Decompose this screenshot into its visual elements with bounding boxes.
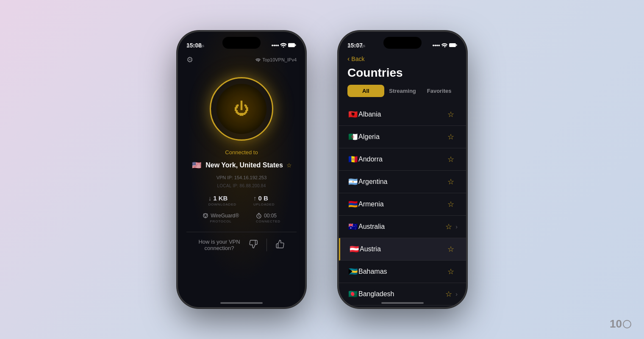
vpn-power-button-container: ⏻ — [178, 77, 305, 141]
country-name-bahamas: Bahamas — [358, 268, 447, 275]
dynamic-island-2 — [383, 37, 422, 49]
phone2-header: ‹ Back — [339, 53, 466, 63]
list-item[interactable]: 🇧🇸 Bahamas ☆ — [339, 261, 466, 283]
phone-countries: 15:07 ●●●● ◀ Setti — [339, 32, 466, 307]
star-bangladesh[interactable]: ☆ — [445, 289, 452, 299]
home-indicator-phone1 — [220, 302, 263, 304]
star-bahamas[interactable]: ☆ — [447, 267, 454, 276]
local-ip-display: LOCAL IP: 86.88.200.84 — [186, 183, 297, 188]
protocol-item: WireGuard® PROTOCOL — [203, 213, 239, 223]
svg-rect-12 — [456, 44, 457, 46]
status-icons-phone1: ●●●● — [271, 42, 297, 48]
download-stat: ↓ 1 KB DOWNLOADED — [208, 195, 236, 206]
chevron-bangladesh-icon: › — [455, 291, 458, 297]
feedback-row: How is your VPN connection? — [178, 232, 305, 258]
settings-gear-icon[interactable]: ⚙ — [186, 55, 193, 64]
star-andorra[interactable]: ☆ — [447, 155, 454, 164]
star-algeria[interactable]: ☆ — [447, 132, 454, 142]
phone2-screen: 15:07 ●●●● ◀ Setti — [339, 32, 466, 307]
country-name-argentina: Argentina — [358, 178, 447, 186]
country-list: 🇦🇱 Albania ☆ 🇩🇿 Algeria ☆ 🇦🇩 Andorra ☆ 🇦… — [339, 103, 466, 307]
flag-andorra: 🇦🇩 — [347, 154, 358, 165]
feedback-text: How is your VPN connection? — [198, 239, 240, 251]
feedback-icon-divider — [266, 239, 267, 251]
back-button[interactable]: ‹ Back — [347, 55, 458, 63]
protocol-name: WireGuard® — [203, 213, 239, 219]
protocol-label: PROTOCOL — [203, 220, 239, 223]
signal-icon: ●●●● — [271, 43, 279, 47]
svg-rect-1 — [295, 44, 296, 46]
list-item[interactable]: 🇦🇺 Australia ☆ › — [339, 216, 466, 238]
wifi-icon-2 — [441, 42, 447, 48]
thumbs-down-icon[interactable] — [249, 239, 258, 251]
chevron-australia-icon: › — [455, 223, 458, 230]
status-icons-phone2: ●●●● — [432, 42, 458, 48]
upload-stat: ↑ 0 B UPLOADED — [253, 195, 275, 206]
tab-streaming[interactable]: Streaming — [384, 85, 421, 97]
flag-bangladesh: 🇧🇩 — [347, 289, 358, 300]
country-name-australia: Australia — [358, 223, 445, 231]
svg-rect-2 — [289, 44, 294, 47]
timer-label: CONNECTED — [256, 220, 280, 223]
battery-icon — [288, 43, 297, 48]
upload-label: UPLOADED — [253, 203, 275, 206]
download-value: ↓ 1 KB — [208, 195, 236, 202]
star-austria[interactable]: ☆ — [447, 245, 454, 254]
country-name-albania: Albania — [358, 111, 447, 118]
watermark: 10 — [610, 317, 631, 331]
flag-bahamas: 🇧🇸 — [347, 266, 358, 277]
download-arrow-icon: ↓ — [208, 195, 212, 202]
vpn-ring-inner: ⏻ — [217, 84, 266, 134]
download-label: DOWNLOADED — [208, 203, 236, 206]
timer-value: 00:05 — [256, 213, 280, 219]
flag-austria: 🇦🇹 — [349, 244, 360, 255]
tab-all[interactable]: All — [347, 85, 384, 97]
list-item[interactable]: 🇦🇷 Argentina ☆ — [339, 171, 466, 193]
tab-favorites[interactable]: Favorites — [421, 85, 458, 97]
power-icon: ⏻ — [234, 101, 249, 117]
us-flag: 🇺🇸 — [191, 160, 202, 171]
stats-row: ↓ 1 KB DOWNLOADED ↑ 0 B UPLOADED — [186, 195, 297, 206]
star-armenia[interactable]: ☆ — [447, 200, 454, 209]
country-name-andorra: Andorra — [358, 156, 447, 163]
country-name-austria: Austria — [360, 245, 447, 253]
vpn-ip-display: VPN IP: 154.16.192.253 — [186, 175, 297, 180]
wifi-name-display: Top10VPN_IPv4 — [255, 57, 297, 62]
phone1-header: ⚙ Top10VPN_IPv4 — [178, 55, 305, 64]
connected-label: Connected to — [186, 149, 297, 156]
list-item[interactable]: 🇧🇾 Belarus ☆ — [339, 306, 466, 307]
country-name-bangladesh: Bangladesh — [358, 290, 445, 298]
list-item[interactable]: 🇦🇹 Austria ☆ — [339, 238, 466, 261]
star-australia[interactable]: ☆ — [445, 222, 452, 231]
phone1-screen: 15:08 ●●●● — [178, 32, 305, 307]
back-chevron-icon: ‹ — [347, 55, 350, 63]
location-name: New York, United States — [205, 161, 283, 169]
list-item[interactable]: 🇦🇩 Andorra ☆ — [339, 148, 466, 171]
connected-section: Connected to 🇺🇸 New York, United States … — [178, 141, 305, 223]
svg-rect-11 — [449, 43, 456, 47]
list-item[interactable]: 🇦🇲 Armenia ☆ — [339, 193, 466, 216]
wifi-icon — [280, 42, 286, 48]
status-subtitle-phone2: ◀ Settings — [347, 44, 365, 48]
home-indicator-phone2 — [381, 302, 424, 304]
watermark-circle-icon — [623, 320, 631, 328]
upload-arrow-icon: ↑ — [253, 195, 257, 202]
flag-algeria: 🇩🇿 — [347, 131, 358, 142]
flag-albania: 🇦🇱 — [347, 109, 358, 120]
location-star-icon[interactable]: ☆ — [286, 162, 292, 169]
star-albania[interactable]: ☆ — [447, 110, 454, 119]
star-argentina[interactable]: ☆ — [447, 177, 454, 186]
watermark-number: 10 — [610, 317, 622, 331]
status-subtitle-phone1: ◀ Settings — [186, 44, 204, 48]
phone-vpn-connected: 15:08 ●●●● — [178, 32, 305, 307]
list-item[interactable]: 🇩🇿 Algeria ☆ — [339, 126, 466, 148]
thumbs-up-icon[interactable] — [275, 239, 285, 251]
vpn-ring-outer[interactable]: ⏻ — [210, 77, 273, 141]
list-item[interactable]: 🇦🇱 Albania ☆ — [339, 103, 466, 126]
timer-item: 00:05 CONNECTED — [256, 213, 280, 223]
tabs-row: All Streaming Favorites — [339, 85, 466, 97]
flag-australia: 🇦🇺 — [347, 221, 358, 232]
location-row: 🇺🇸 New York, United States ☆ — [186, 160, 297, 171]
dynamic-island — [222, 37, 261, 49]
flag-argentina: 🇦🇷 — [347, 176, 358, 187]
